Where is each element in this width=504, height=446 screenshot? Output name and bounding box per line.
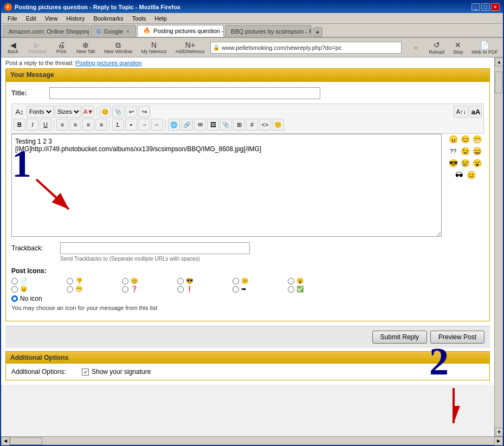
icon-option-biggrin[interactable]: 😁 xyxy=(67,286,121,293)
tab-amazon[interactable]: Amazon.com: Online Shopping for ... ✕ xyxy=(3,25,89,37)
radio-question[interactable] xyxy=(122,286,128,293)
font-color-button[interactable]: A▼ xyxy=(82,106,94,118)
undo-button[interactable]: ↩ xyxy=(125,106,137,118)
submit-reply-button[interactable]: Submit Reply xyxy=(372,331,427,344)
tab-google[interactable]: G Google ✕ xyxy=(91,25,136,37)
back-button[interactable]: ◀ Back xyxy=(3,40,23,56)
minimize-button[interactable]: _ xyxy=(471,3,480,11)
icon-option-mad[interactable]: 😠 xyxy=(11,286,66,293)
align-justify-button[interactable]: ≡ xyxy=(95,119,107,131)
underline-button[interactable]: U xyxy=(40,119,51,131)
menu-edit[interactable]: Edit xyxy=(22,14,41,23)
emoji-smile[interactable]: 😊 xyxy=(460,134,470,145)
scrollbar-track[interactable] xyxy=(495,66,503,428)
icon-option-exclaim[interactable]: ❗ xyxy=(177,286,231,293)
thread-link[interactable]: Posting pictures question xyxy=(75,60,142,66)
link-button[interactable]: 🌐 xyxy=(168,119,180,131)
media-button[interactable]: 📎 xyxy=(220,119,232,131)
menu-file[interactable]: File xyxy=(3,14,22,23)
emoji-grin[interactable]: 😁 xyxy=(471,134,482,145)
tab-add-button[interactable]: + xyxy=(313,27,322,37)
forward-button[interactable]: ▶ Forward xyxy=(25,40,49,56)
title-input[interactable] xyxy=(49,87,320,99)
add2netvouz-button[interactable]: N+ Add2Netvouz xyxy=(172,40,208,56)
emoji-button[interactable]: 😊 xyxy=(99,106,111,118)
icon-option-question[interactable]: ❓ xyxy=(122,286,176,293)
print-button[interactable]: 🖨 Print xyxy=(51,40,71,56)
scrollbar-h-track[interactable] xyxy=(10,437,494,445)
radio-check[interactable] xyxy=(288,286,294,293)
icon-option-smile[interactable]: 😊 xyxy=(122,277,176,285)
emoji-angry[interactable]: 😠 xyxy=(448,134,458,145)
star-button[interactable]: ☆ xyxy=(406,40,425,56)
fonts-select[interactable]: Fonts xyxy=(27,106,54,118)
hr-button[interactable]: # xyxy=(246,119,258,131)
align-left-button[interactable]: ≡ xyxy=(56,119,68,131)
email-button[interactable]: ✉ xyxy=(194,119,206,131)
address-input[interactable] xyxy=(222,44,399,51)
scrollbar-left-button[interactable]: ◀ xyxy=(1,437,10,445)
menu-bookmarks[interactable]: Bookmarks xyxy=(89,14,128,23)
icon-option-check[interactable]: ✅ xyxy=(288,286,342,293)
radio-smile[interactable] xyxy=(122,278,128,285)
redo-button[interactable]: ↪ xyxy=(138,106,150,118)
radio-eek[interactable] xyxy=(288,278,294,285)
radio-biggrin[interactable] xyxy=(67,286,73,293)
emoji-wink[interactable]: 😉 xyxy=(460,146,470,157)
new-tab-button[interactable]: ⊕ New Tab xyxy=(73,40,99,56)
ol-button[interactable]: 1. xyxy=(112,119,124,131)
image-button[interactable]: 🖼 xyxy=(207,119,219,131)
radio-doc[interactable] xyxy=(11,278,18,285)
emoji-surprised[interactable]: 😮 xyxy=(471,158,482,169)
bold-button[interactable]: B xyxy=(14,119,25,131)
close-button[interactable]: ✕ xyxy=(491,3,500,11)
menu-help[interactable]: Help xyxy=(150,14,171,23)
radio-confused[interactable] xyxy=(232,278,239,285)
icon-option-eek[interactable]: 😮 xyxy=(288,277,342,285)
preview-post-button[interactable]: Preview Post xyxy=(430,331,484,344)
maximize-button[interactable]: □ xyxy=(481,3,490,11)
icon-option-arrow[interactable]: ➡ xyxy=(232,286,287,293)
trackback-input[interactable] xyxy=(60,242,250,254)
radio-thumbsdown[interactable] xyxy=(67,278,73,285)
tab-google-close[interactable]: ✕ xyxy=(126,29,130,34)
sizes-select[interactable]: Sizes xyxy=(55,106,81,118)
font-size-up[interactable]: A↑↓ xyxy=(454,106,469,118)
tab-bbq[interactable]: BBQ pictures by scsimpson - Photo... ✕ xyxy=(225,25,312,37)
scrollbar-h-thumb[interactable] xyxy=(10,437,42,445)
emoji-laugh[interactable]: 😄 xyxy=(471,146,482,157)
attach-button[interactable]: 📎 xyxy=(112,106,124,118)
reload-button[interactable]: ↺ Reload xyxy=(427,40,448,56)
radio-exclaim[interactable] xyxy=(177,286,184,293)
show-signature-checkbox[interactable]: ✓ xyxy=(82,369,89,376)
smilies-button[interactable]: 🙂 xyxy=(272,119,284,131)
message-editor[interactable]: Testing 1 2 3 [IMG]http://i749.photobuck… xyxy=(11,134,442,237)
show-signature-wrapper[interactable]: ✓ Show your signature xyxy=(82,368,151,376)
radio-no-icon[interactable] xyxy=(11,295,18,302)
emoji-sad[interactable]: 😢 xyxy=(460,158,470,169)
code-button[interactable]: <> xyxy=(259,119,271,131)
scrollbar-thumb[interactable] xyxy=(495,72,502,93)
menu-tools[interactable]: Tools xyxy=(128,14,151,23)
scrollbar-up-button[interactable]: ▲ xyxy=(495,57,503,66)
scrollbar-vertical[interactable]: ▲ ▼ xyxy=(494,57,503,436)
icon-option-confused[interactable]: 😕 xyxy=(232,277,287,285)
stop-button[interactable]: ✕ Stop xyxy=(448,40,468,56)
my-netvouz-button[interactable]: N My Netvouz xyxy=(138,40,170,56)
scrollbar-horizontal[interactable]: ◀ ▶ xyxy=(1,436,503,445)
radio-cool[interactable] xyxy=(177,278,184,285)
indent-button[interactable]: → xyxy=(138,119,150,131)
align-right-button[interactable]: ≡ xyxy=(82,119,94,131)
web-to-pdf-button[interactable]: 📄 Web to PDF xyxy=(469,40,501,56)
ul-button[interactable]: • xyxy=(125,119,137,131)
radio-mad[interactable] xyxy=(11,286,18,293)
table-button[interactable]: ⊞ xyxy=(233,119,245,131)
menu-history[interactable]: History xyxy=(62,14,89,23)
tab-posting[interactable]: 🔥 Posting pictures question - Reply t...… xyxy=(137,25,224,37)
url-button[interactable]: 🔗 xyxy=(181,119,193,131)
icon-option-cool[interactable]: 😎 xyxy=(177,277,231,285)
emoji-question[interactable]: ?? xyxy=(448,146,458,157)
scrollbar-down-button[interactable]: ▼ xyxy=(495,428,503,436)
emoji-neutral[interactable]: 😐 xyxy=(466,170,476,180)
menu-view[interactable]: View xyxy=(41,14,62,23)
